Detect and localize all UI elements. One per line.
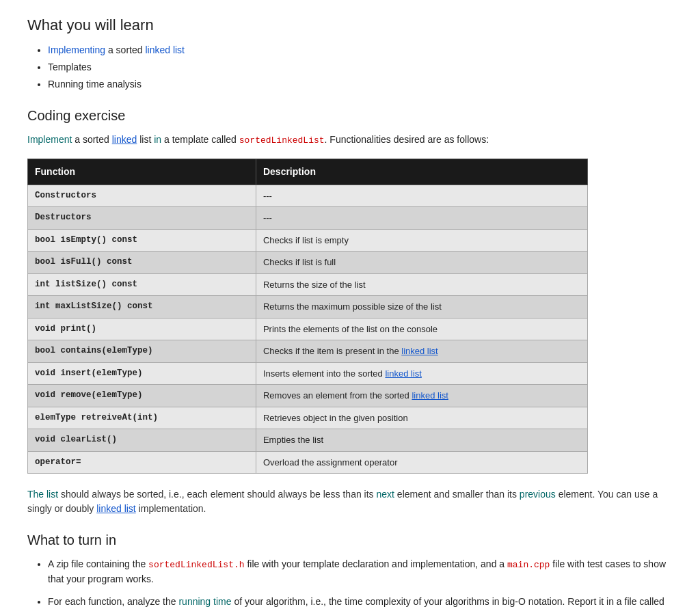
turn-in-section: What to turn in A zip file containing th… bbox=[27, 530, 673, 609]
sorted-linked-list-ref: sortedLinkedList bbox=[239, 135, 325, 146]
table-cell-description: --- bbox=[256, 207, 587, 230]
learn-link-1[interactable]: Implementing bbox=[48, 44, 105, 55]
table-cell-function: void clearList() bbox=[28, 429, 256, 452]
table-cell-function: void print() bbox=[28, 318, 256, 340]
table-row: bool contains(elemType)Checks if the ite… bbox=[28, 340, 588, 363]
table-cell-function: void remove(elemType) bbox=[28, 385, 256, 407]
table-body: Constructors---Destructors---bool isEmpt… bbox=[28, 185, 588, 474]
table-cell-description: --- bbox=[256, 185, 587, 207]
table-row: int maxListSize() constReturns the maxim… bbox=[28, 296, 588, 319]
doubly-linked-link[interactable]: linked list bbox=[96, 503, 136, 514]
learn-heading: What you will learn bbox=[27, 14, 673, 36]
desc-link[interactable]: linked list bbox=[385, 368, 421, 379]
table-cell-description: Prints the elements of the list on the c… bbox=[256, 318, 587, 340]
turn-in-item-2: For each function, analyze the running t… bbox=[48, 595, 673, 610]
table-cell-function: Constructors bbox=[28, 185, 256, 207]
table-row: operator=Overload the assignment operato… bbox=[28, 451, 588, 474]
learn-item-2: Templates bbox=[48, 60, 673, 75]
table-cell-function: void insert(elemType) bbox=[28, 362, 256, 385]
table-cell-description: Inserts element into the sorted linked l… bbox=[256, 362, 587, 385]
table-cell-description: Checks if the item is present in the lin… bbox=[256, 340, 587, 363]
table-row: int listSize() constReturns the size of … bbox=[28, 273, 588, 296]
table-cell-description: Checks if list is full bbox=[256, 252, 587, 274]
table-row: void clearList()Empties the list bbox=[28, 429, 588, 452]
intro-in: in bbox=[154, 134, 161, 145]
table-row: void print()Prints the elements of the l… bbox=[28, 318, 588, 340]
learn-list: Implementing a sorted linked list Templa… bbox=[27, 43, 673, 92]
table-row: elemType retreiveAt(int)Retrieves object… bbox=[28, 407, 588, 429]
learn-link-linked[interactable]: linked list bbox=[145, 44, 185, 55]
table-row: bool isEmpty() constChecks if list is em… bbox=[28, 229, 588, 252]
table-cell-description: Empties the list bbox=[256, 429, 587, 452]
file-sortedlinkedlist-h: sortedLinkedList.h bbox=[148, 560, 244, 570]
learn-item-1: Implementing a sorted linked list bbox=[48, 43, 673, 57]
table-cell-description: Retrieves object in the given position bbox=[256, 407, 587, 429]
coding-heading: Coding exercise bbox=[27, 105, 673, 126]
table-row: void remove(elemType)Removes an element … bbox=[28, 385, 588, 407]
table-cell-description: Overload the assignment operator bbox=[256, 451, 587, 474]
post-table-text: The list should always be sorted, i.e., … bbox=[27, 487, 673, 516]
table-cell-function: bool contains(elemType) bbox=[28, 340, 256, 363]
table-row: bool isFull() constChecks if list is ful… bbox=[28, 252, 588, 274]
coding-intro: Implement a sorted linked list in a temp… bbox=[27, 133, 673, 148]
intro-linked[interactable]: linked bbox=[112, 134, 137, 145]
table-header-row: Function Description bbox=[28, 159, 588, 185]
turn-in-item-1: A zip file containing the sortedLinkedLi… bbox=[48, 557, 673, 586]
table-cell-description: Removes an element from the sorted linke… bbox=[256, 385, 587, 407]
table-row: Constructors--- bbox=[28, 185, 588, 207]
learn-section: What you will learn Implementing a sorte… bbox=[27, 14, 673, 92]
coding-section: Coding exercise Implement a sorted linke… bbox=[27, 105, 673, 516]
file-main-cpp: main.cpp bbox=[507, 560, 550, 570]
table-cell-function: bool isEmpty() const bbox=[28, 229, 256, 252]
table-cell-function: bool isFull() const bbox=[28, 252, 256, 274]
table-cell-function: elemType retreiveAt(int) bbox=[28, 407, 256, 429]
table-cell-description: Returns the size of the list bbox=[256, 273, 587, 296]
functions-table: Function Description Constructors---Dest… bbox=[27, 159, 588, 474]
desc-link[interactable]: linked list bbox=[412, 390, 448, 401]
desc-link[interactable]: linked list bbox=[401, 346, 438, 356]
table-row: Destructors--- bbox=[28, 207, 588, 230]
table-cell-function: int listSize() const bbox=[28, 273, 256, 296]
table-cell-function: int maxListSize() const bbox=[28, 296, 256, 319]
table-cell-description: Checks if list is empty bbox=[256, 229, 587, 252]
table-cell-description: Returns the maximum possible size of the… bbox=[256, 296, 587, 319]
turn-in-list: A zip file containing the sortedLinkedLi… bbox=[27, 557, 673, 609]
table-cell-function: Destructors bbox=[28, 207, 256, 230]
col-description: Description bbox=[256, 159, 587, 185]
turn-in-heading: What to turn in bbox=[27, 530, 673, 550]
learn-item-3: Running time analysis bbox=[48, 77, 673, 92]
table-cell-function: operator= bbox=[28, 451, 256, 474]
col-function: Function bbox=[28, 159, 256, 185]
table-row: void insert(elemType)Inserts element int… bbox=[28, 362, 588, 385]
intro-implement: Implement bbox=[27, 134, 72, 145]
